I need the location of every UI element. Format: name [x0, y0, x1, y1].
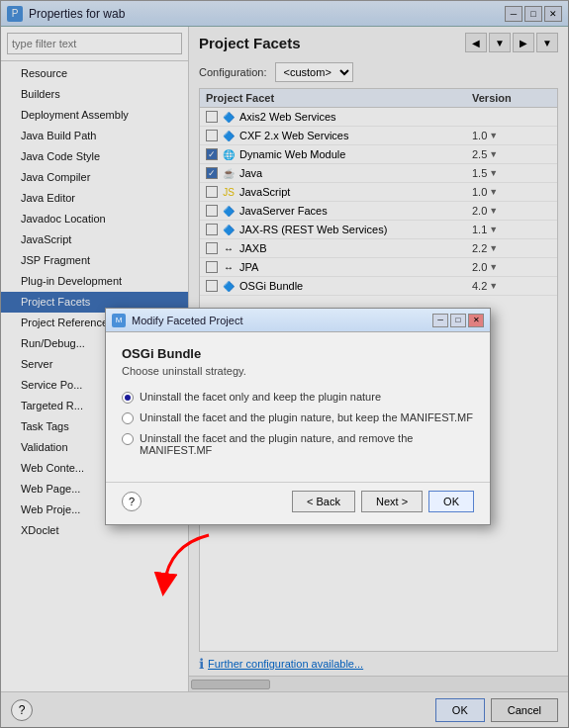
back-button[interactable]: < Back [292, 491, 355, 512]
modal-radio-group: Uninstall the facet only and keep the pl… [122, 391, 474, 456]
radio-option-3[interactable]: Uninstall the facet and the plugin natur… [122, 432, 474, 456]
modal-buttons: < Back Next > OK [292, 491, 474, 512]
modal-controls: ─ □ ✕ [432, 314, 484, 327]
modal-overlay: M Modify Faceted Project ─ □ ✕ OSGi Bund… [1, 1, 569, 728]
modal-maximize-button[interactable]: □ [450, 314, 466, 327]
radio-label-3: Uninstall the facet and the plugin natur… [140, 432, 474, 456]
radio-circle-2 [122, 412, 134, 424]
radio-label-1: Uninstall the facet only and keep the pl… [140, 391, 381, 403]
modal-body: OSGi Bundle Choose uninstall strategy. U… [106, 332, 490, 482]
radio-circle-1 [122, 392, 134, 404]
modal-footer: ? < Back Next > OK [106, 482, 490, 524]
radio-label-2: Uninstall the facet and the plugin natur… [140, 411, 473, 423]
radio-circle-3 [122, 433, 134, 445]
modal-close-button[interactable]: ✕ [468, 314, 484, 327]
modal-ok-button[interactable]: OK [428, 491, 474, 512]
radio-option-2[interactable]: Uninstall the facet and the plugin natur… [122, 411, 474, 424]
modal-minimize-button[interactable]: ─ [432, 314, 448, 327]
modal-title-bar: M Modify Faceted Project ─ □ ✕ [106, 309, 490, 332]
modal-help-button[interactable]: ? [122, 492, 142, 511]
modal-dialog: M Modify Faceted Project ─ □ ✕ OSGi Bund… [105, 308, 491, 525]
modal-title: Modify Faceted Project [132, 315, 243, 326]
modal-section-title: OSGi Bundle [122, 346, 474, 361]
modal-icon: M [112, 314, 126, 327]
radio-option-1[interactable]: Uninstall the facet only and keep the pl… [122, 391, 474, 404]
next-button[interactable]: Next > [361, 491, 423, 512]
modal-subtitle: Choose uninstall strategy. [122, 365, 474, 377]
